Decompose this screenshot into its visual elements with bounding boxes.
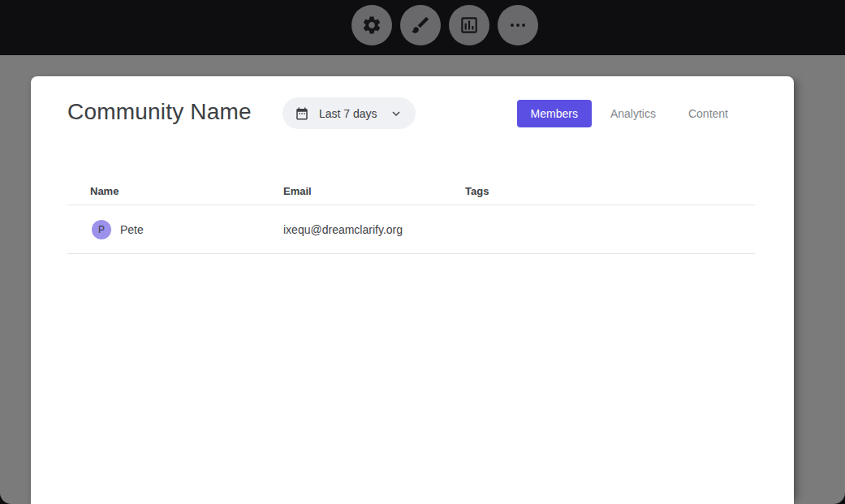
ellipsis-icon <box>507 15 528 36</box>
stats-button[interactable] <box>449 5 489 45</box>
date-range-dropdown[interactable]: Last 7 days <box>282 97 416 129</box>
topbar-buttons <box>351 5 538 45</box>
gear-icon <box>361 15 382 36</box>
tab-members[interactable]: Members <box>517 100 592 127</box>
poll-icon <box>459 15 480 36</box>
member-email: ixequ@dreamclarify.org <box>283 223 465 236</box>
calendar-icon <box>295 106 309 121</box>
column-header-email: Email <box>283 185 465 197</box>
settings-button[interactable] <box>351 5 392 45</box>
members-table: Name Email Tags P Pete ixequ@dreamclarif… <box>67 177 755 254</box>
community-card: Community Name Last 7 days Members Analy… <box>31 76 794 504</box>
date-range-label: Last 7 days <box>319 107 377 120</box>
tab-analytics[interactable]: Analytics <box>594 100 672 127</box>
avatar: P <box>92 220 111 239</box>
more-button[interactable] <box>498 5 538 45</box>
member-name: Pete <box>120 223 144 236</box>
tab-bar: Members Analytics Content <box>517 100 744 127</box>
topbar <box>0 0 845 55</box>
column-header-tags: Tags <box>465 185 755 197</box>
screen: { "topbar": { "buttons": [ { "name": "se… <box>0 0 845 504</box>
table-header-row: Name Email Tags <box>67 177 755 205</box>
page-title: Community Name <box>67 99 252 125</box>
avatar-initial: P <box>98 224 105 235</box>
backdrop: Community Name Last 7 days Members Analy… <box>0 55 845 504</box>
column-header-name: Name <box>67 185 283 197</box>
member-name-cell: P Pete <box>67 220 283 239</box>
tab-content[interactable]: Content <box>672 100 744 127</box>
table-row[interactable]: P Pete ixequ@dreamclarify.org <box>67 205 755 254</box>
chevron-down-icon <box>389 106 403 121</box>
appearance-button[interactable] <box>400 5 441 45</box>
brush-icon <box>410 15 431 36</box>
